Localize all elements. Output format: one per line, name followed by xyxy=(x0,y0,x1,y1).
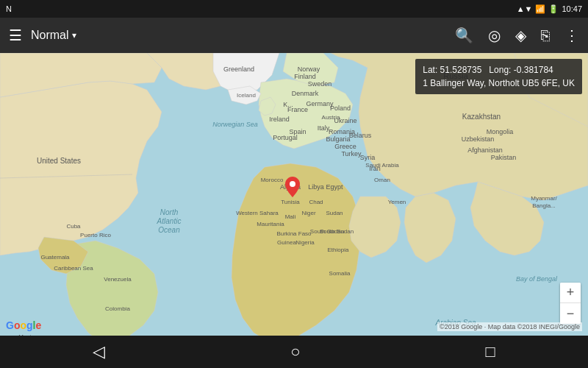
svg-text:Yemen: Yemen xyxy=(388,199,406,205)
long-label: Long: xyxy=(489,65,511,75)
svg-text:Mauritania: Mauritania xyxy=(257,221,284,227)
map-container[interactable]: North Atlantic Ocean Arabian Sea Bay of … xyxy=(0,53,588,342)
home-button[interactable]: ○ xyxy=(276,336,315,367)
svg-text:Sweden: Sweden xyxy=(308,80,332,88)
status-right: ▲▼ 📶 🔋 10:47 xyxy=(517,4,582,14)
svg-text:Greenland: Greenland xyxy=(223,66,254,73)
svg-text:Burkina Faso: Burkina Faso xyxy=(276,230,312,237)
address-line: 1 Ballinger Way, Northolt UB5 6FE, UK xyxy=(423,77,575,90)
svg-text:Niger: Niger xyxy=(301,210,315,216)
svg-text:Libya: Libya xyxy=(308,183,324,191)
google-g2: g xyxy=(26,319,33,331)
svg-text:Poland: Poland xyxy=(330,105,351,112)
location-pin xyxy=(285,177,300,200)
lat-value: 51.528735 xyxy=(440,65,482,75)
wifi-icon: 📶 xyxy=(535,4,545,14)
map-mode-label: Normal xyxy=(31,29,69,42)
svg-text:Mongolia: Mongolia xyxy=(487,128,514,135)
back-button[interactable]: ◁ xyxy=(78,336,120,367)
svg-text:Turkey: Turkey xyxy=(341,150,362,158)
svg-text:Morocco: Morocco xyxy=(261,177,284,183)
share-icon[interactable]: ⎘ xyxy=(541,27,550,44)
svg-text:Portugal: Portugal xyxy=(273,134,298,141)
recents-button[interactable]: □ xyxy=(471,336,510,367)
svg-point-71 xyxy=(290,181,295,187)
svg-text:Ireland: Ireland xyxy=(269,116,290,123)
google-e: e xyxy=(35,319,41,331)
svg-text:Guatemala: Guatemala xyxy=(40,254,70,261)
svg-text:Puerto Rico: Puerto Rico xyxy=(80,232,111,238)
svg-text:Myanmar/: Myanmar/ xyxy=(531,195,557,202)
svg-text:Caribbean Sea: Caribbean Sea xyxy=(54,265,93,272)
more-icon[interactable]: ⋮ xyxy=(564,26,579,44)
svg-text:Venezuela: Venezuela xyxy=(104,276,132,283)
svg-text:Belarus: Belarus xyxy=(349,132,372,139)
time-display: 10:47 xyxy=(562,4,582,13)
svg-text:Uzbekistan: Uzbekistan xyxy=(462,135,495,143)
svg-text:Syria: Syria xyxy=(360,154,376,161)
coordinates-line: Lat: 51.528735 Long: -0.381784 xyxy=(423,63,575,77)
svg-text:Cuba: Cuba xyxy=(66,223,81,230)
svg-text:Atlantic: Atlantic xyxy=(157,217,182,225)
search-icon[interactable]: 🔍 xyxy=(455,26,473,44)
svg-text:Iceland: Iceland xyxy=(237,92,256,99)
svg-text:Sudan: Sudan xyxy=(326,210,343,216)
svg-text:Norway: Norway xyxy=(298,66,320,73)
route-icon[interactable]: ◈ xyxy=(515,26,526,44)
svg-text:Oman: Oman xyxy=(374,177,390,183)
zoom-out-button[interactable]: − xyxy=(560,303,581,324)
top-bar: ☰ Normal ▾ 🔍 ◎ ◈ ⎘ ⋮ xyxy=(0,18,588,53)
google-o2: o xyxy=(20,319,26,331)
lat-label: Lat: xyxy=(423,65,437,75)
location-icon[interactable]: ◎ xyxy=(488,26,501,44)
map-mode-selector[interactable]: Normal ▾ xyxy=(31,29,76,42)
svg-text:Ethiopia: Ethiopia xyxy=(328,247,349,253)
svg-text:North: North xyxy=(160,208,179,216)
svg-text:South Sudan: South Sudan xyxy=(310,228,344,235)
svg-text:Norwegian Sea: Norwegian Sea xyxy=(212,121,258,128)
svg-text:Somalia: Somalia xyxy=(329,270,351,277)
zoom-controls: + − xyxy=(560,283,581,324)
svg-text:Greece: Greece xyxy=(334,143,356,150)
svg-text:Bulgaria: Bulgaria xyxy=(326,135,350,143)
svg-text:Colombia: Colombia xyxy=(105,305,130,312)
signal-icon: ▲▼ xyxy=(517,4,533,13)
notification-icon: N xyxy=(6,4,12,13)
svg-text:Mali: Mali xyxy=(285,213,296,220)
long-value: -0.381784 xyxy=(514,65,553,75)
svg-text:Guinea: Guinea xyxy=(277,239,296,246)
svg-text:Chad: Chad xyxy=(309,199,323,205)
svg-text:Denmark: Denmark xyxy=(292,90,319,97)
dropdown-arrow-icon: ▾ xyxy=(72,30,76,40)
google-logo: Google xyxy=(6,319,41,331)
status-left: N xyxy=(6,4,12,13)
svg-text:Bangla...: Bangla... xyxy=(532,202,556,209)
svg-text:Kazakhstan: Kazakhstan xyxy=(462,113,501,121)
svg-text:Ocean: Ocean xyxy=(158,226,180,234)
status-bar: N ▲▼ 📶 🔋 10:47 xyxy=(0,0,588,18)
svg-text:Afghanistan: Afghanistan xyxy=(467,146,503,154)
svg-text:Nigeria: Nigeria xyxy=(295,239,315,246)
svg-text:United States: United States xyxy=(37,157,81,165)
svg-text:Pakistan: Pakistan xyxy=(491,154,517,161)
svg-text:Bay of Bengal: Bay of Bengal xyxy=(516,275,558,283)
svg-text:Western Sahara: Western Sahara xyxy=(236,210,279,216)
info-box: Lat: 51.528735 Long: -0.381784 1 Balling… xyxy=(415,59,582,94)
battery-icon: 🔋 xyxy=(548,4,559,14)
svg-text:Saudi Arabia: Saudi Arabia xyxy=(365,162,399,169)
google-g: G xyxy=(6,319,14,331)
zoom-in-button[interactable]: + xyxy=(560,283,581,303)
svg-text:K...: K... xyxy=(283,101,293,108)
nav-bar: ◁ ○ □ xyxy=(0,336,588,368)
svg-text:Finland: Finland xyxy=(294,73,316,80)
svg-text:Egypt: Egypt xyxy=(326,183,343,191)
menu-button[interactable]: ☰ xyxy=(9,26,22,44)
svg-text:Austria: Austria xyxy=(322,114,340,121)
attribution-text: ©2018 Google · Map data ©2018 INEGI/Goog… xyxy=(437,322,582,331)
